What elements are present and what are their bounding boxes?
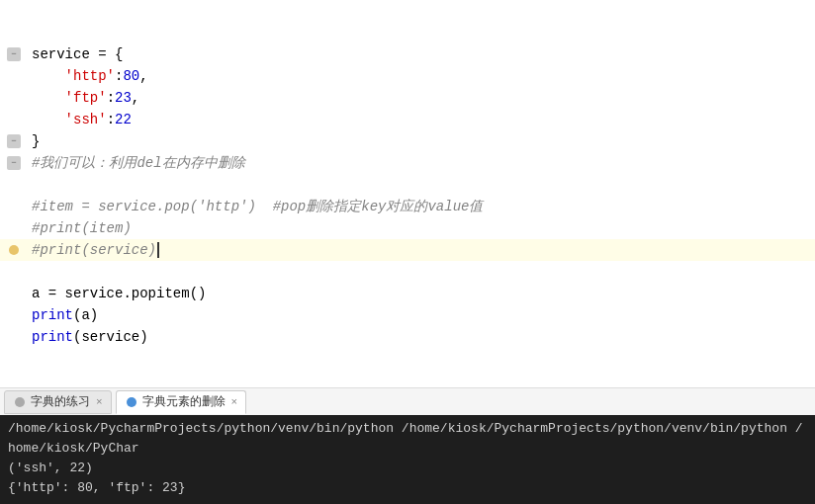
code-line: print(service) <box>0 326 815 348</box>
text-cursor <box>157 242 159 258</box>
line-content: #item = service.pop('http') #pop删除指定key对… <box>28 196 815 217</box>
code-line: #item = service.pop('http') #pop删除指定key对… <box>0 196 815 217</box>
code-line <box>0 174 815 196</box>
code-token: } <box>32 133 40 149</box>
code-token: , <box>139 68 147 84</box>
line-content: 'ftp':23, <box>28 87 815 109</box>
tab-close-button[interactable]: × <box>96 396 103 408</box>
code-token: : <box>107 90 115 106</box>
line-content: print(service) <box>28 326 815 348</box>
gutter-icon-6[interactable] <box>0 156 28 170</box>
line-content: #print(service) <box>28 239 815 261</box>
code-line: 'http':80, <box>0 65 815 87</box>
code-line: service = { <box>0 43 815 65</box>
terminal-output2: {'http': 80, 'ftp': 23} <box>8 478 807 498</box>
code-token: service <box>32 46 90 62</box>
code-token: (service) <box>73 329 148 345</box>
code-token <box>32 90 65 106</box>
code-token: a = service.popitem() <box>32 286 206 301</box>
file-icon <box>13 395 27 409</box>
tabs-bar: 字典的练习×字典元素的删除× <box>0 387 815 415</box>
code-line <box>0 261 815 283</box>
code-line: } <box>0 130 815 152</box>
terminal-output1: ('ssh', 22) <box>8 459 807 478</box>
tab-close-button[interactable]: × <box>231 396 238 408</box>
tab-tab1[interactable]: 字典的练习× <box>4 390 112 414</box>
terminal-path: /home/kiosk/PycharmProjects/python/venv/… <box>8 419 807 459</box>
fold-icon[interactable] <box>7 156 21 170</box>
code-line: 'ftp':23, <box>0 87 815 109</box>
code-token: #print(item) <box>32 220 132 236</box>
line-content: a = service.popitem() <box>28 283 815 304</box>
editor-area: service = { 'http':80, 'ftp':23, 'ssh':2… <box>0 0 815 387</box>
line-content: #我们可以：利用del在内存中删除 <box>28 152 815 174</box>
code-token: 'ssh' <box>65 112 107 127</box>
gutter-icon-10[interactable] <box>0 245 28 255</box>
breakpoint-icon[interactable] <box>9 245 19 255</box>
code-token: #我们可以：利用del在内存中删除 <box>32 155 245 171</box>
line-content: } <box>28 130 815 152</box>
code-token: print <box>32 307 73 323</box>
fold-icon[interactable] <box>7 134 21 148</box>
code-token: 'ftp' <box>65 90 107 106</box>
code-token: , <box>132 90 139 106</box>
line-content: print(a) <box>28 304 815 326</box>
code-line: print(a) <box>0 304 815 326</box>
fold-icon[interactable] <box>7 47 21 61</box>
terminal-area: /home/kiosk/PycharmProjects/python/venv/… <box>0 415 815 504</box>
code-token: 'http' <box>65 68 115 84</box>
svg-point-1 <box>127 397 136 407</box>
tab-label: 字典元素的删除 <box>142 393 226 410</box>
code-token <box>32 112 65 127</box>
gutter-icon-5[interactable] <box>0 134 28 148</box>
code-token: #item = service.pop('http') #pop删除指定key对… <box>32 199 483 214</box>
code-token: 80 <box>123 68 139 84</box>
code-token <box>32 68 65 84</box>
line-content: #print(item) <box>28 217 815 239</box>
line-content: 'ssh':22 <box>28 109 815 130</box>
code-token: 22 <box>115 112 132 127</box>
code-line: #print(service) <box>0 239 815 261</box>
line-content: service = { <box>28 43 815 65</box>
gutter-icon-1[interactable] <box>0 47 28 61</box>
code-token: print <box>32 329 73 345</box>
code-line: #我们可以：利用del在内存中删除 <box>0 152 815 174</box>
tab-tab2[interactable]: 字典元素的删除× <box>116 390 247 414</box>
line-content <box>28 174 815 196</box>
code-token: = { <box>90 46 124 62</box>
code-line: a = service.popitem() <box>0 283 815 304</box>
code-container: service = { 'http':80, 'ftp':23, 'ssh':2… <box>0 0 815 370</box>
code-token: #print(service) <box>32 242 156 258</box>
line-content <box>28 348 815 370</box>
tab-label: 字典的练习 <box>31 393 90 410</box>
line-content: 'http':80, <box>28 65 815 87</box>
code-token: (a) <box>73 307 98 323</box>
code-token: : <box>107 112 115 127</box>
code-line: 'ssh':22 <box>0 109 815 130</box>
code-line <box>0 348 815 370</box>
svg-point-0 <box>15 397 25 407</box>
code-line: #print(item) <box>0 217 815 239</box>
line-content <box>28 261 815 283</box>
code-token: 23 <box>115 90 132 106</box>
file-icon <box>125 395 138 409</box>
